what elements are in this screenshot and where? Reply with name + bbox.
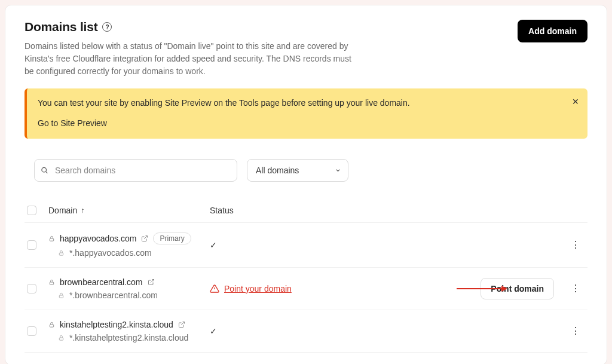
svg-line-3	[144, 236, 148, 240]
status-warning-icon	[210, 284, 219, 293]
column-header-domain[interactable]: Domain	[48, 206, 77, 215]
external-link-icon[interactable]	[148, 279, 155, 286]
row-menu-button[interactable]: ⋮	[566, 282, 585, 296]
status-ok-icon: ✓	[210, 326, 217, 336]
svg-rect-5	[50, 282, 53, 285]
external-link-icon[interactable]	[141, 235, 148, 242]
lock-icon	[58, 292, 65, 299]
table-row: kinstahelptesting2.kinsta.cloud *.kinsta…	[25, 310, 587, 353]
table-row: happyavocados.com Primary *.happyavocado…	[25, 223, 587, 268]
wildcard-domain: *.brownbearcentral.com	[69, 290, 158, 300]
wildcard-domain: *.kinstahelptesting2.kinsta.cloud	[69, 333, 188, 342]
column-header-status[interactable]: Status	[210, 206, 234, 215]
svg-line-11	[181, 322, 185, 326]
info-banner: You can test your site by enabling Site …	[25, 88, 587, 139]
row-checkbox[interactable]	[27, 326, 36, 336]
svg-line-1	[46, 172, 48, 173]
wildcard-domain: *.happyavocados.com	[69, 248, 152, 258]
row-checkbox[interactable]	[27, 284, 36, 293]
table-row: brownbearcentral.com *.brownbearcentral.…	[25, 268, 587, 310]
select-all-checkbox[interactable]	[27, 206, 36, 215]
svg-rect-10	[50, 325, 53, 327]
domain-name: happyavocados.com	[60, 234, 136, 243]
help-icon[interactable]: ?	[102, 22, 112, 32]
status-ok-icon: ✓	[210, 240, 217, 250]
filter-dropdown[interactable]: All domains	[247, 159, 348, 182]
domain-name: kinstahelptesting2.kinsta.cloud	[60, 320, 173, 329]
primary-badge: Primary	[153, 233, 191, 244]
row-menu-button[interactable]: ⋮	[566, 238, 585, 252]
point-domain-button[interactable]: Point domain	[481, 278, 554, 299]
add-domain-button[interactable]: Add domain	[518, 20, 587, 42]
domains-table: Domain ↑ Status happyavocados.com Primar	[25, 206, 587, 353]
svg-rect-7	[59, 295, 63, 298]
row-menu-button[interactable]: ⋮	[566, 324, 585, 338]
banner-link[interactable]: Go to Site Preview	[38, 118, 577, 128]
svg-point-0	[42, 167, 47, 172]
sort-arrow-icon[interactable]: ↑	[81, 206, 84, 215]
svg-rect-4	[59, 253, 63, 255]
svg-rect-12	[59, 338, 63, 340]
svg-rect-2	[50, 238, 53, 241]
close-icon[interactable]: ✕	[572, 97, 579, 106]
lock-icon	[58, 335, 65, 341]
search-icon	[41, 167, 48, 175]
row-checkbox[interactable]	[27, 240, 36, 250]
svg-line-6	[151, 280, 154, 283]
banner-message: You can test your site by enabling Site …	[38, 98, 577, 108]
page-title: Domains list	[25, 20, 97, 34]
lock-icon	[48, 235, 55, 242]
lock-icon	[48, 279, 55, 286]
external-link-icon[interactable]	[178, 321, 185, 328]
lock-icon	[48, 322, 55, 328]
lock-icon	[58, 250, 65, 256]
search-input[interactable]	[34, 159, 237, 182]
point-domain-link[interactable]: Point your domain	[224, 284, 292, 293]
page-subtitle: Domains listed below with a status of "D…	[25, 40, 359, 78]
domain-name: brownbearcentral.com	[60, 277, 143, 287]
